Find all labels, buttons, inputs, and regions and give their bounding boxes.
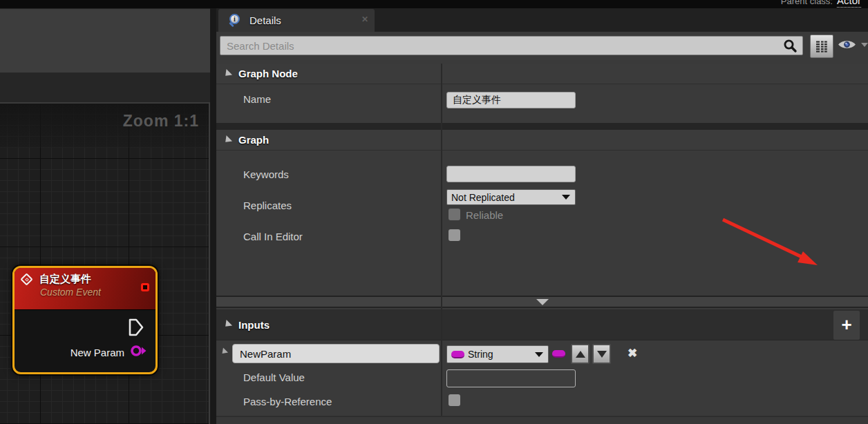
left-top-panel: [0, 9, 210, 73]
chevron-down-icon: [861, 43, 868, 47]
column-splitter[interactable]: [441, 64, 442, 416]
parent-class-info: Parent class:Actor: [781, 0, 861, 7]
property-matrix-button[interactable]: [810, 35, 833, 58]
default-value-label: Default Value: [243, 372, 305, 383]
parent-class-link[interactable]: Actor: [837, 0, 861, 8]
node-subtitle: Custom Event: [15, 287, 155, 298]
section-title: Inputs: [238, 319, 270, 331]
expander-arrow-icon: [223, 68, 232, 78]
reliable-checkbox: [449, 209, 460, 220]
call-in-editor-checkbox[interactable]: [449, 229, 460, 241]
parent-class-label: Parent class:: [781, 0, 833, 6]
search-input[interactable]: [220, 36, 803, 55]
expander-arrow-icon: [223, 135, 232, 144]
pass-by-reference-label: Pass-by-Reference: [243, 396, 332, 407]
panel-separator[interactable]: [210, 8, 216, 424]
param-name-input[interactable]: [232, 344, 440, 363]
chevron-down-icon: [562, 195, 570, 200]
advanced-expander[interactable]: [216, 296, 868, 308]
remove-param-button[interactable]: ✖: [628, 346, 637, 360]
search-icon: [783, 39, 798, 57]
tab-details[interactable]: i Details ✕: [218, 9, 375, 32]
replicates-dropdown[interactable]: Not Replicated: [446, 189, 576, 205]
section-header-inputs[interactable]: Inputs +: [216, 309, 868, 340]
keywords-label: Keywords: [243, 168, 289, 180]
replicates-label: Replicates: [243, 200, 292, 211]
left-panel-gap: [0, 73, 210, 102]
expander-arrow-icon: [223, 320, 232, 329]
node-title: 自定义事件: [39, 273, 91, 286]
string-pin-icon[interactable]: [130, 344, 147, 360]
section-header-graph-node[interactable]: Graph Node: [216, 64, 868, 84]
call-in-editor-label: Call In Editor: [243, 231, 303, 242]
chevron-down-icon: [535, 352, 543, 357]
custom-event-icon: [21, 273, 32, 285]
exec-output-pin-icon[interactable]: [129, 318, 144, 339]
move-up-button[interactable]: [571, 344, 589, 364]
eye-icon: [838, 39, 856, 50]
details-tab-title: Details: [249, 15, 281, 26]
tab-close-icon[interactable]: ✕: [361, 15, 368, 23]
node-header: 自定义事件 Custom Event: [15, 268, 155, 310]
string-pin-icon: [552, 350, 565, 358]
param-pin-label: New Param: [70, 347, 124, 358]
default-value-input[interactable]: [446, 369, 576, 387]
section-header-graph[interactable]: Graph: [216, 130, 868, 151]
section-title: Graph Node: [238, 68, 298, 79]
param-type-dropdown[interactable]: String: [446, 345, 549, 363]
top-bar: Parent class:Actor: [0, 0, 868, 8]
name-label: Name: [243, 93, 271, 105]
graph-viewport[interactable]: Zoom 1:1: [0, 102, 210, 424]
move-down-button[interactable]: [592, 344, 611, 364]
name-input[interactable]: [446, 92, 576, 108]
blueprint-editor: Parent class:Actor Zoom 1:1 自定义事件 Custom…: [0, 0, 868, 424]
pass-by-reference-checkbox[interactable]: [449, 394, 460, 406]
param-type-value: String: [468, 349, 535, 360]
search-row: [216, 32, 868, 64]
chevron-down-icon: [536, 299, 549, 305]
section-title: Graph: [238, 134, 269, 146]
grid-bottom-area: [216, 416, 868, 424]
arrow-down-icon: [597, 351, 607, 358]
string-pin-icon: [451, 351, 464, 358]
details-panel: i Details ✕: [216, 8, 868, 424]
delegate-pin-icon[interactable]: [141, 283, 149, 291]
custom-event-node[interactable]: 自定义事件 Custom Event New Param: [12, 266, 158, 374]
arrow-up-icon: [576, 351, 585, 358]
expander-arrow-icon[interactable]: [220, 347, 228, 356]
param-output-row: New Param: [70, 344, 147, 360]
keywords-input[interactable]: [446, 166, 576, 182]
grid-view-icon: [815, 39, 829, 53]
property-grid: Graph Node Name Graph Keywords Replicate…: [216, 64, 868, 424]
details-info-icon: i: [228, 13, 243, 28]
add-input-button[interactable]: +: [833, 311, 860, 340]
row-new-param: String ✖: [216, 340, 868, 366]
section-gap: [216, 123, 868, 130]
view-options-button[interactable]: [838, 39, 868, 50]
replicates-value: Not Replicated: [451, 192, 562, 203]
zoom-level-indicator: Zoom 1:1: [123, 112, 199, 131]
reliable-label: Reliable: [466, 209, 503, 221]
